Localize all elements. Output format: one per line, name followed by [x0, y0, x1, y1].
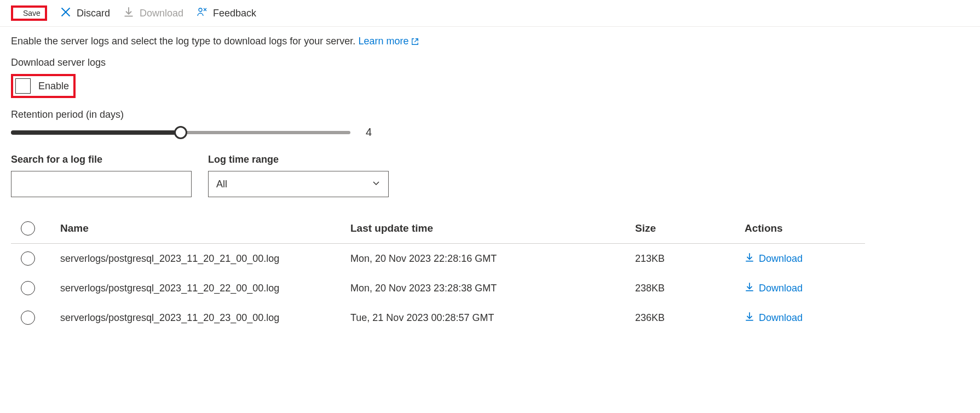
learn-more-label: Learn more	[358, 36, 408, 47]
table-header: Name Last update time Size Actions	[11, 214, 865, 244]
row-updated: Tue, 21 Nov 2023 00:28:57 GMT	[350, 312, 635, 324]
row-name: serverlogs/postgresql_2023_11_20_21_00_0…	[55, 253, 350, 265]
row-action-label: Download	[759, 253, 803, 265]
search-field-group: Search for a log file	[11, 154, 192, 197]
timerange-field-group: Log time range All	[208, 154, 389, 197]
learn-more-link[interactable]: Learn more	[358, 36, 419, 47]
table-row: serverlogs/postgresql_2023_11_20_23_00_0…	[11, 303, 865, 332]
row-action-label: Download	[759, 312, 803, 324]
svg-point-7	[199, 8, 202, 12]
slider-fill	[11, 130, 181, 135]
download-button: Download	[123, 7, 183, 20]
download-icon	[745, 282, 754, 295]
search-label: Search for a log file	[11, 154, 192, 165]
intro-text: Enable the server logs and select the lo…	[11, 36, 969, 47]
row-select[interactable]	[11, 281, 55, 295]
row-name: serverlogs/postgresql_2023_11_20_23_00_0…	[55, 312, 350, 324]
row-download-link[interactable]: Download	[745, 282, 865, 295]
row-name: serverlogs/postgresql_2023_11_20_22_00_0…	[55, 283, 350, 294]
logs-table: Name Last update time Size Actions serve…	[11, 214, 865, 332]
table-row: serverlogs/postgresql_2023_11_20_22_00_0…	[11, 273, 865, 303]
enable-label: Enable	[38, 81, 69, 92]
header-size[interactable]: Size	[635, 222, 745, 234]
row-updated: Mon, 20 Nov 2023 23:28:38 GMT	[350, 283, 635, 294]
timerange-value: All	[216, 179, 227, 190]
filter-row: Search for a log file Log time range All	[11, 154, 969, 197]
external-link-icon	[411, 36, 419, 47]
row-size: 213KB	[635, 253, 745, 265]
download-icon	[123, 7, 134, 20]
discard-button[interactable]: Discard	[60, 7, 110, 20]
intro-text-body: Enable the server logs and select the lo…	[11, 36, 355, 47]
header-name[interactable]: Name	[55, 222, 350, 234]
feedback-button[interactable]: Feedback	[197, 7, 256, 20]
download-icon	[745, 312, 754, 324]
row-action-label: Download	[759, 283, 803, 294]
download-icon	[745, 253, 754, 265]
download-label: Download	[140, 8, 183, 19]
retention-slider-row: 4	[11, 126, 969, 139]
search-input[interactable]	[11, 171, 192, 197]
chevron-down-icon	[372, 179, 381, 190]
row-download-link[interactable]: Download	[745, 312, 865, 324]
row-download-link[interactable]: Download	[745, 253, 865, 265]
svg-line-8	[415, 39, 418, 42]
retention-label: Retention period (in days)	[11, 109, 969, 121]
table-row: serverlogs/postgresql_2023_11_20_21_00_0…	[11, 244, 865, 273]
header-actions: Actions	[745, 222, 865, 234]
row-size: 238KB	[635, 283, 745, 294]
feedback-icon	[197, 7, 207, 20]
save-label: Save	[23, 9, 41, 18]
feedback-label: Feedback	[213, 8, 256, 19]
retention-value: 4	[366, 126, 372, 139]
main-content: Enable the server logs and select the lo…	[0, 27, 980, 341]
row-select[interactable]	[11, 251, 55, 266]
close-icon	[60, 7, 71, 20]
save-button[interactable]: Save	[11, 5, 47, 21]
download-section-label: Download server logs	[11, 57, 969, 68]
header-last-update[interactable]: Last update time	[350, 222, 635, 234]
header-select[interactable]	[11, 221, 55, 236]
slider-thumb[interactable]	[174, 126, 187, 139]
enable-checkbox[interactable]	[15, 78, 31, 94]
row-size: 236KB	[635, 312, 745, 324]
timerange-label: Log time range	[208, 154, 389, 165]
enable-checkbox-row[interactable]: Enable	[11, 74, 76, 98]
toolbar: Save Discard Download Feedback	[0, 0, 980, 27]
timerange-select[interactable]: All	[208, 171, 389, 197]
row-updated: Mon, 20 Nov 2023 22:28:16 GMT	[350, 253, 635, 265]
discard-label: Discard	[77, 8, 110, 19]
row-select[interactable]	[11, 311, 55, 325]
retention-slider[interactable]	[11, 127, 350, 138]
